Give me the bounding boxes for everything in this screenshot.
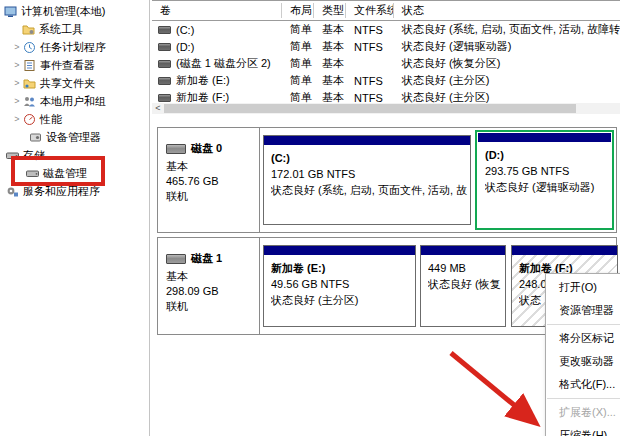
tree-item-label: 性能 — [40, 112, 62, 127]
disk-icon — [166, 144, 186, 154]
column-header-layout[interactable]: 布局 — [282, 3, 314, 18]
chevron-right-icon[interactable]: > — [13, 60, 21, 70]
partition-recovery[interactable]: 449 MB 状态良好 (恢复 — [420, 245, 506, 327]
tree-item-computer-management[interactable]: 计算机管理(本地) — [0, 2, 148, 20]
table-row[interactable]: (C:) 简单 基本 NTFS 状态良好 (系统, 启动, 页面文件, 活动, … — [152, 21, 620, 38]
partition-status: 状态良好 (恢复 — [428, 276, 505, 292]
context-menu: 打开(O) 资源管理器 将分区标记 更改驱动器 格式化(F)... 扩展卷(X)… — [545, 273, 620, 436]
volume-layout: 简单 — [282, 73, 314, 88]
users-icon — [23, 95, 36, 108]
red-highlight-box — [11, 156, 105, 186]
tree-item-local-users-groups[interactable]: > 本地用户和组 — [0, 92, 148, 110]
volume-name: (磁盘 1 磁盘分区 2) — [176, 56, 271, 71]
volume-icon — [158, 26, 171, 34]
column-header-status[interactable]: 状态 — [394, 3, 620, 18]
column-header-filesystem[interactable]: 文件系统 — [346, 3, 394, 18]
pane-divider — [149, 0, 150, 436]
volume-fs: NTFS — [346, 24, 394, 36]
volume-name: (D:) — [176, 41, 194, 53]
partition-color-strip — [264, 136, 470, 145]
table-row[interactable]: (D:) 简单 基本 NTFS 状态良好 (逻辑驱动器) — [152, 38, 620, 55]
gauge-icon — [23, 113, 36, 126]
tree-item-shared-folders[interactable]: > 共享文件夹 — [0, 74, 148, 92]
volume-icon — [158, 94, 171, 102]
device-icon — [29, 131, 42, 144]
chevron-right-icon[interactable]: > — [13, 78, 21, 88]
disk-name: 磁盘 0 — [191, 141, 222, 156]
log-book-icon — [23, 59, 36, 72]
partition-size: 449 MB — [428, 260, 505, 276]
tree-item-task-scheduler[interactable]: > 任务计划程序 — [0, 38, 148, 56]
tree-item-label: 共享文件夹 — [40, 76, 95, 91]
menu-item-explorer[interactable]: 资源管理器 — [546, 299, 620, 322]
disk-kind: 基本 — [166, 269, 259, 284]
partition-status: 状态良好 (主分区) — [271, 292, 415, 308]
volume-layout: 简单 — [282, 39, 314, 54]
partition-e[interactable]: 新加卷 (E:) 49.56 GB NTFS 状态良好 (主分区) — [263, 245, 416, 327]
partition-status: 状态良好 (逻辑驱动器) — [485, 179, 611, 195]
volume-type: 基本 — [314, 56, 346, 71]
volume-icon — [158, 77, 171, 85]
tree-item-label: 设备管理器 — [46, 130, 101, 145]
disk-icon — [166, 254, 186, 264]
menu-item-change-drive-letter[interactable]: 更改驱动器 — [546, 350, 620, 373]
column-header-volume[interactable]: 卷 — [152, 3, 282, 18]
menu-item-format[interactable]: 格式化(F)... — [546, 373, 620, 396]
tree-item-device-manager[interactable]: 设备管理器 — [0, 128, 148, 146]
partition-color-strip — [264, 246, 415, 255]
volume-list-header: 卷 布局 类型 文件系统 状态 — [152, 1, 620, 21]
disk1-label[interactable]: 磁盘 1 基本 298.09 GB 联机 — [158, 238, 260, 334]
disk-size: 465.76 GB — [166, 174, 259, 189]
menu-item-open[interactable]: 打开(O) — [546, 276, 620, 299]
partition-c[interactable]: (C:) 172.01 GB NTFS 状态良好 (系统, 启动, 页面文件, … — [263, 135, 471, 225]
menu-separator — [547, 324, 620, 325]
horizontal-scrollbar[interactable]: < — [152, 103, 620, 114]
disk0-label[interactable]: 磁盘 0 基本 465.76 GB 联机 — [158, 128, 260, 232]
partition-title: 新加卷 (E:) — [271, 260, 415, 276]
volume-fs: NTFS — [346, 92, 394, 104]
partition-size: 49.56 GB NTFS — [271, 276, 415, 292]
partition-title: (D:) — [485, 147, 611, 163]
volume-name: (C:) — [176, 24, 194, 36]
volume-type: 基本 — [314, 22, 346, 37]
table-row[interactable]: 新加卷 (E:) 简单 基本 NTFS 状态良好 (主分区) — [152, 72, 620, 89]
menu-item-extend-volume: 扩展卷(X)... — [546, 401, 620, 424]
tree-item-system-tools[interactable]: 系统工具 — [0, 20, 148, 38]
column-header-type[interactable]: 类型 — [314, 3, 346, 18]
volume-layout: 简单 — [282, 56, 314, 71]
scroll-left-icon[interactable]: < — [152, 103, 164, 114]
volume-list: 卷 布局 类型 文件系统 状态 (C:) 简单 基本 NTFS 状态良好 (系统… — [152, 0, 620, 114]
partition-size: 172.01 GB NTFS — [271, 166, 470, 182]
computer-icon — [4, 5, 17, 18]
partition-d[interactable]: (D:) 293.75 GB NTFS 状态良好 (逻辑驱动器) — [478, 133, 611, 227]
menu-item-shrink-volume[interactable]: 压缩卷(H)... — [546, 424, 620, 436]
folder-tools-icon — [22, 23, 35, 36]
chevron-right-icon[interactable]: > — [13, 42, 21, 52]
shared-folder-icon — [23, 77, 36, 90]
tree-item-event-viewer[interactable]: > 事件查看器 — [0, 56, 148, 74]
console-tree: 计算机管理(本地) 系统工具 > 任务计划程序 > 事件查看器 > 共享文件夹 … — [0, 0, 148, 436]
volume-status: 状态良好 (逻辑驱动器) — [394, 39, 620, 54]
scrollbar-thumb[interactable] — [164, 104, 576, 113]
volume-fs: NTFS — [346, 75, 394, 87]
volume-status: 状态良好 (系统, 启动, 页面文件, 活动, 故障转 — [394, 22, 620, 37]
services-gear-icon — [6, 185, 19, 198]
volume-name: 新加卷 (E:) — [176, 73, 230, 88]
disk-state: 联机 — [166, 299, 259, 314]
volume-type: 基本 — [314, 73, 346, 88]
chevron-right-icon[interactable]: > — [13, 114, 21, 124]
table-row[interactable]: (磁盘 1 磁盘分区 2) 简单 基本 状态良好 (恢复分区) — [152, 55, 620, 72]
partition-color-strip — [421, 246, 505, 255]
partition-size: 293.75 GB NTFS — [485, 163, 611, 179]
tree-item-performance[interactable]: > 性能 — [0, 110, 148, 128]
volume-status: 状态良好 (主分区) — [394, 73, 620, 88]
menu-separator — [547, 398, 620, 399]
volume-layout: 简单 — [282, 22, 314, 37]
menu-item-mark-partition-active[interactable]: 将分区标记 — [546, 327, 620, 350]
partition-title: (C:) — [271, 150, 470, 166]
chevron-right-icon[interactable]: > — [13, 96, 21, 106]
clock-icon — [23, 41, 36, 54]
volume-fs: NTFS — [346, 41, 394, 53]
tree-item-label: 任务计划程序 — [40, 40, 106, 55]
disk-kind: 基本 — [166, 159, 259, 174]
